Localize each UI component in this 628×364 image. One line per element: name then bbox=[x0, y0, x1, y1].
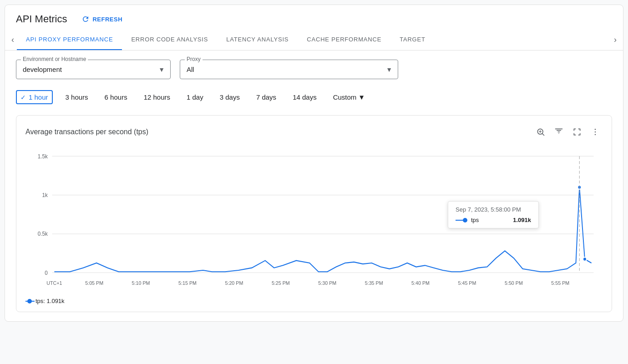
chart-fullscreen-button[interactable] bbox=[570, 125, 584, 139]
svg-text:5:55 PM: 5:55 PM bbox=[551, 280, 569, 286]
tooltip-line bbox=[456, 220, 463, 221]
svg-text:5:05 PM: 5:05 PM bbox=[85, 280, 103, 286]
tooltip-legend: tps bbox=[456, 217, 479, 223]
legend-dot bbox=[27, 299, 32, 303]
time-7days-button[interactable]: 7 days bbox=[253, 91, 280, 104]
time-3hours-button[interactable]: 3 hours bbox=[62, 91, 92, 104]
proxy-label: Proxy bbox=[185, 56, 203, 62]
refresh-label: REFRESH bbox=[92, 16, 122, 23]
svg-text:5:50 PM: 5:50 PM bbox=[505, 280, 523, 286]
time-1day-button[interactable]: 1 day bbox=[183, 91, 207, 104]
environment-select[interactable]: development production staging bbox=[16, 60, 170, 79]
custom-dropdown-icon: ▼ bbox=[358, 93, 365, 101]
time-14days-button[interactable]: 14 days bbox=[289, 91, 320, 104]
svg-text:5:10 PM: 5:10 PM bbox=[132, 280, 150, 286]
content-area: Environment or Hostname development prod… bbox=[5, 51, 623, 321]
filters-row: Environment or Hostname development prod… bbox=[16, 60, 612, 79]
svg-point-2 bbox=[595, 131, 596, 133]
svg-point-3 bbox=[595, 134, 596, 136]
svg-point-25 bbox=[583, 257, 587, 261]
legend-label: tps: 1.091k bbox=[35, 298, 65, 304]
svg-point-1 bbox=[595, 129, 596, 130]
magnify-icon bbox=[536, 127, 545, 136]
tab-latency[interactable]: LATENCY ANALYSIS bbox=[217, 30, 298, 50]
chart-actions bbox=[533, 125, 603, 139]
tab-prev-button[interactable]: ‹ bbox=[9, 31, 17, 48]
chart-filter-button[interactable] bbox=[552, 125, 566, 139]
proxy-select[interactable]: All bbox=[180, 60, 398, 79]
page-title: API Metrics bbox=[16, 13, 67, 25]
tooltip-row: tps 1.091k bbox=[456, 217, 531, 223]
chart-more-button[interactable] bbox=[588, 125, 603, 139]
chart-header: Average transactions per second (tps) bbox=[25, 125, 603, 139]
refresh-button[interactable]: REFRESH bbox=[78, 12, 126, 26]
svg-text:5:15 PM: 5:15 PM bbox=[178, 280, 197, 286]
page-header: API Metrics REFRESH bbox=[5, 5, 623, 26]
tabs-list: API PROXY PERFORMANCE ERROR CODE ANALYSI… bbox=[17, 30, 611, 50]
time-custom-button[interactable]: Custom ▼ bbox=[329, 91, 369, 104]
tab-next-button[interactable]: › bbox=[611, 31, 619, 48]
svg-text:5:40 PM: 5:40 PM bbox=[411, 280, 430, 286]
tab-error-code[interactable]: ERROR CODE ANALYSIS bbox=[122, 30, 217, 50]
time-6hours-button[interactable]: 6 hours bbox=[101, 91, 131, 104]
tooltip-date: Sep 7, 2023, 5:58:00 PM bbox=[456, 206, 531, 213]
svg-text:5:45 PM: 5:45 PM bbox=[458, 280, 476, 286]
chart-legend: tps: 1.091k bbox=[25, 298, 603, 304]
svg-text:5:35 PM: 5:35 PM bbox=[365, 280, 383, 286]
chart-title: Average transactions per second (tps) bbox=[25, 128, 148, 136]
environment-filter: Environment or Hostname development prod… bbox=[16, 60, 171, 79]
time-1hour-button[interactable]: ✓ 1 hour bbox=[16, 90, 53, 104]
fullscreen-icon bbox=[572, 127, 582, 136]
tab-cache[interactable]: CACHE PERFORMANCE bbox=[298, 30, 390, 50]
svg-text:5:20 PM: 5:20 PM bbox=[225, 280, 243, 286]
svg-text:UTC+1: UTC+1 bbox=[46, 280, 62, 286]
svg-text:1.5k: 1.5k bbox=[38, 153, 48, 160]
time-12hours-button[interactable]: 12 hours bbox=[140, 91, 174, 104]
svg-text:1k: 1k bbox=[42, 192, 48, 198]
page-wrapper: API Metrics REFRESH ‹ API PROXY PERFORMA… bbox=[5, 5, 623, 322]
chart-area: 1.5k 1k 0.5k 0 UTC+1 5:05 PM 5:10 PM 5:1… bbox=[25, 147, 603, 292]
svg-text:0: 0 bbox=[45, 269, 48, 276]
svg-text:0.5k: 0.5k bbox=[38, 231, 48, 238]
environment-label: Environment or Hostname bbox=[21, 56, 88, 62]
tooltip-series-label: tps bbox=[471, 217, 479, 223]
tooltip-dot bbox=[463, 218, 467, 222]
tooltip-value: 1.091k bbox=[513, 217, 531, 223]
refresh-icon bbox=[81, 15, 90, 23]
svg-text:5:25 PM: 5:25 PM bbox=[272, 280, 290, 286]
filter-icon bbox=[554, 127, 563, 136]
tabs-container: ‹ API PROXY PERFORMANCE ERROR CODE ANALY… bbox=[5, 30, 623, 51]
chart-tooltip: Sep 7, 2023, 5:58:00 PM tps 1.091k bbox=[448, 201, 539, 228]
more-vert-icon bbox=[591, 127, 600, 136]
chart-search-button[interactable] bbox=[533, 125, 548, 139]
time-3days-button[interactable]: 3 days bbox=[216, 91, 243, 104]
chart-container: Average transactions per second (tps) bbox=[16, 115, 612, 312]
checkmark-icon: ✓ bbox=[20, 94, 26, 101]
svg-text:5:30 PM: 5:30 PM bbox=[318, 280, 336, 286]
proxy-filter: Proxy All ▼ bbox=[180, 60, 398, 79]
time-range-row: ✓ 1 hour 3 hours 6 hours 12 hours 1 day … bbox=[16, 90, 612, 104]
tab-api-proxy[interactable]: API PROXY PERFORMANCE bbox=[17, 30, 122, 50]
tab-target[interactable]: TARGET bbox=[390, 30, 435, 50]
